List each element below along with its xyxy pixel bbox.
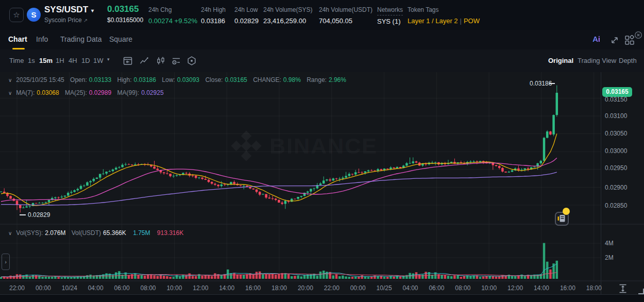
resize-corner-icon[interactable]	[638, 289, 644, 294]
stat-24h-volume-usdt: 24h Volume(USDT) 704,050.05	[319, 6, 372, 25]
price-axis-label: 0.03150	[605, 96, 627, 103]
low-marker-dash	[20, 214, 26, 215]
tab-chart[interactable]: Chart	[8, 35, 27, 43]
networks-value: SYS (1)	[377, 18, 403, 25]
time-axis-label: 20:00	[293, 284, 318, 292]
candlestick-style-icon[interactable]	[156, 56, 166, 68]
volume-axis-label: 2M	[605, 254, 614, 261]
ai-icon[interactable]: Ai	[592, 35, 600, 43]
time-axis-label: 10:00	[476, 284, 502, 292]
stat-24h-low: 24h Low 0.02829	[234, 6, 259, 25]
symbol-name: SYS/USDT	[44, 5, 88, 14]
interval-1h[interactable]: 1H	[56, 57, 64, 64]
interval-1d[interactable]: 1D	[81, 57, 90, 64]
indicators-icon[interactable]	[171, 56, 181, 68]
stat-token-tags: Token Tags Layer 1 / Layer 2|POW	[408, 6, 480, 25]
stat-label: 24h High	[201, 6, 226, 13]
interval-time[interactable]: Time	[9, 57, 24, 64]
collapse-caret-icon[interactable]: ∨	[8, 230, 12, 236]
stat-label: 24h Volume(SYS)	[263, 6, 312, 13]
time-axis-label: 06:00	[109, 284, 135, 292]
view-trading-view[interactable]: Trading View	[578, 57, 616, 64]
interval-1s[interactable]: 1s	[28, 57, 35, 64]
volume-axis-label: 4M	[605, 240, 614, 247]
time-axis-label: 10:00	[161, 284, 187, 292]
token-tags-label: Token Tags	[408, 6, 480, 13]
symbol-subtitle-link[interactable]: Syscoin Price↗	[44, 16, 88, 24]
axis-scale-icon[interactable]	[618, 283, 628, 296]
tag-link[interactable]: Layer 1 / Layer 2	[408, 17, 458, 25]
page-tabs: Chart Info Trading Data Square Ai	[0, 30, 644, 50]
high-marker-dash	[549, 83, 555, 84]
stat-24h-high: 24h High 0.03186	[201, 6, 226, 25]
favorite-button[interactable]: ☆	[9, 8, 24, 22]
time-axis-label: 00:00	[345, 284, 371, 292]
close-icon[interactable]	[634, 31, 642, 41]
subtitle-text: Syscoin Price	[44, 16, 82, 24]
fullscreen-icon[interactable]	[609, 35, 620, 47]
line-chart-icon[interactable]	[139, 56, 149, 68]
price-axis-label: 0.03050	[605, 130, 627, 137]
chart-settings-icon[interactable]	[187, 56, 197, 68]
collapse-caret-icon[interactable]: ∨	[8, 77, 12, 83]
networks-label[interactable]: Networks	[377, 6, 403, 15]
time-axis-label: 04:00	[398, 284, 423, 292]
stat-label: 24h Chg	[148, 6, 197, 13]
jump-to-date-icon[interactable]	[123, 56, 133, 68]
price-axis-label: 0.03100	[605, 112, 627, 120]
view-depth[interactable]: Depth	[619, 57, 637, 64]
time-axis-label: 18:00	[581, 284, 607, 292]
syscoin-logo: S	[27, 8, 41, 22]
interval-1w[interactable]: 1W	[93, 57, 104, 64]
time-axis-label: 18:00	[266, 284, 292, 292]
stat-value: 704,050.05	[319, 17, 372, 25]
session-high-marker: 0.03186	[530, 80, 552, 87]
tab-info[interactable]: Info	[36, 35, 48, 43]
time-axis-label: 14:00	[214, 284, 240, 292]
time-axis-label: 10/25	[371, 284, 397, 292]
time-axis-label: 16:00	[240, 284, 266, 292]
layout-grid-icon[interactable]	[624, 35, 635, 47]
external-link-icon: ↗	[83, 18, 88, 23]
symbol-selector[interactable]: SYS/USDT▾	[44, 5, 94, 15]
tag-separator: |	[460, 17, 462, 25]
candlestick-chart[interactable]: BINANCE ∨2025/10/25 15:45 Open:0.03133 H…	[0, 72, 644, 302]
tag-link-pow[interactable]: POW	[464, 17, 480, 25]
price-axis-label: 0.02950	[605, 164, 627, 172]
price-axis-label: 0.03000	[605, 147, 627, 155]
interval-15m[interactable]: 15m	[39, 57, 53, 64]
chevron-down-icon: ▾	[91, 8, 94, 13]
stat-label: 24h Volume(USDT)	[319, 6, 372, 13]
stat-value: 0.03186	[201, 17, 226, 25]
price-axis-label: 0.02850	[605, 202, 627, 209]
chevron-right-icon: ›	[5, 259, 7, 265]
panel-expand-button[interactable]: ›	[2, 254, 10, 270]
logo-letter: S	[31, 10, 36, 19]
time-axis-label: 08:00	[450, 284, 476, 292]
price-axis-label: 0.02900	[605, 184, 627, 191]
time-axis-label: 16:00	[555, 284, 581, 292]
stat-label: 24h Low	[234, 6, 259, 13]
tab-square[interactable]: Square	[109, 35, 132, 43]
chart-canvas[interactable]	[0, 72, 644, 302]
time-axis-label: 00:00	[30, 284, 56, 292]
stat-24h-change: 24h Chg 0.00274 +9.52%	[148, 6, 197, 25]
last-price-usd: $0.03165000	[107, 16, 143, 24]
stat-networks: Networks SYS (1)	[377, 6, 403, 25]
time-axis-label: 04:00	[83, 284, 109, 292]
stat-24h-volume-sys: 24h Volume(SYS) 23,416,259.00	[263, 6, 312, 25]
collapse-caret-icon[interactable]: ∨	[8, 90, 12, 96]
stat-value: 0.00274 +9.52%	[148, 17, 197, 25]
interval-4h[interactable]: 4H	[69, 57, 77, 64]
last-price: 0.03165	[107, 4, 139, 14]
time-axis-label: 06:00	[423, 284, 449, 292]
token-tags-value[interactable]: Layer 1 / Layer 2|POW	[408, 17, 480, 25]
star-icon: ☆	[13, 10, 20, 19]
stat-value: 23,416,259.00	[263, 17, 312, 25]
time-axis-label: 22:00	[4, 284, 30, 292]
interval-more-caret-icon[interactable]: ▾	[107, 57, 110, 62]
time-axis-label: 12:00	[502, 284, 528, 292]
time-axis-label: 12:00	[188, 284, 213, 292]
tab-trading-data[interactable]: Trading Data	[60, 35, 101, 43]
view-original[interactable]: Original	[548, 57, 573, 64]
